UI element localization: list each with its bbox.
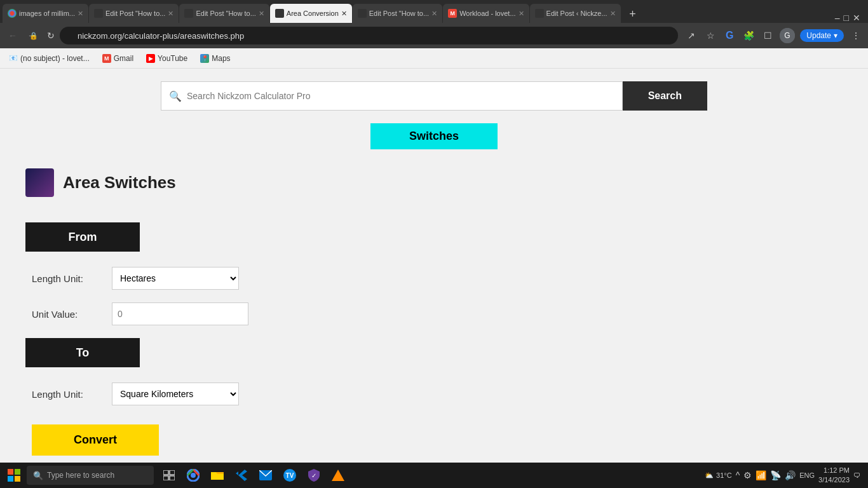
bluetooth-icon[interactable]: ⚙ (743, 470, 752, 480)
taskbar: 🔍 Type here to search (0, 463, 868, 488)
svg-rect-7 (170, 476, 175, 480)
address-input[interactable] (60, 27, 678, 44)
bookmark-gmail[interactable]: M Gmail (98, 53, 137, 64)
tab-3-close[interactable]: ✕ (259, 10, 264, 18)
tab-7[interactable]: Edit Post ‹ Nickze... ✕ (530, 4, 621, 23)
share-icon[interactable]: ↗ (684, 29, 698, 43)
nosubject-icon: 📧 (9, 54, 18, 62)
chevron-icon[interactable]: ^ (736, 470, 740, 480)
profile-icon[interactable] (780, 28, 795, 43)
page-icon (25, 168, 54, 197)
minimize-icon[interactable]: – (835, 13, 840, 23)
switches-label: Switches (409, 130, 459, 142)
tab-6[interactable]: M Workload - lovet... ✕ (443, 4, 529, 23)
svg-rect-3 (15, 476, 20, 482)
tab-3-label: Edit Post "How to... (196, 10, 255, 17)
tab-4-active[interactable]: Area Conversion ✕ (270, 4, 352, 23)
tab-1[interactable]: images of millim... ✕ (3, 4, 88, 23)
refresh-button[interactable]: ↻ (43, 28, 58, 43)
search-container: 🔍 Search (148, 81, 720, 111)
page-content: 🔍 Search Switches Area Switches From Len… (0, 69, 868, 463)
update-label: Update (806, 31, 831, 40)
language-label: ENG (799, 471, 815, 479)
youtube-label: YouTube (158, 54, 187, 63)
gmail-label: Gmail (114, 54, 133, 63)
close-icon[interactable]: ✕ (853, 13, 860, 23)
tab-6-close[interactable]: ✕ (519, 10, 524, 18)
wifi-icon[interactable]: 📡 (770, 470, 781, 480)
calc-area: Area Switches From Length Unit: Hectares… (0, 168, 445, 456)
tab-5-label: Edit Post "How to... (369, 10, 429, 17)
taskbar-file-explorer-icon[interactable] (206, 464, 229, 487)
taskbar-vlc-icon[interactable] (327, 464, 349, 487)
new-tab-button[interactable]: + (624, 5, 642, 23)
tab-1-close[interactable]: ✕ (78, 10, 83, 18)
extensions-icon[interactable]: 🧩 (742, 29, 756, 43)
svg-rect-0 (8, 469, 13, 475)
sidebar-icon[interactable]: ☐ (761, 29, 775, 43)
search-button[interactable]: Search (623, 81, 707, 111)
taskbar-search[interactable]: 🔍 Type here to search (27, 466, 154, 485)
svg-text:✓: ✓ (311, 472, 316, 479)
unit-value-input[interactable] (112, 302, 248, 325)
tab-2-close[interactable]: ✕ (168, 10, 173, 18)
taskbar-teamviewer-icon[interactable]: TV (278, 464, 301, 487)
toolbar-icons: ↗ ☆ G 🧩 ☐ Update ▾ ⋮ (684, 28, 863, 43)
weather-widget: ⛅ 31°C (705, 471, 732, 480)
speaker-icon[interactable]: 🔊 (785, 470, 796, 480)
taskbar-security-icon[interactable]: ✓ (302, 464, 325, 487)
tab-3[interactable]: Edit Post "How to... ✕ (179, 4, 269, 23)
convert-button[interactable]: Convert (32, 424, 159, 456)
unit-value-row: Unit Value: (32, 302, 419, 325)
sys-tray-icons: ^ ⚙ 📶 📡 🔊 (736, 470, 796, 480)
taskbar-vscode-icon[interactable] (230, 464, 253, 487)
tab-2-label: Edit Post "How to... (105, 10, 165, 17)
to-length-unit-label: Length Unit: (32, 389, 102, 400)
search-magnifier-icon: 🔍 (169, 90, 182, 102)
tab-5-close[interactable]: ✕ (431, 10, 437, 18)
switches-button[interactable]: Switches (370, 123, 498, 149)
to-unit-select[interactable]: Square Kilometers Hectares Square Meters… (112, 383, 239, 405)
svg-rect-2 (8, 476, 13, 482)
page-title-wrap: Area Switches (25, 168, 419, 197)
task-view-icon[interactable] (158, 464, 180, 487)
temperature: 31°C (716, 471, 732, 479)
taskbar-mail-icon[interactable] (254, 464, 277, 487)
menu-icon[interactable]: ⋮ (849, 29, 863, 43)
from-unit-select[interactable]: Hectares Square Kilometers Square Meters… (112, 267, 239, 290)
youtube-favicon: ▶ (146, 54, 155, 63)
tab-1-label: images of millim... (19, 10, 75, 17)
svg-rect-1 (15, 469, 20, 475)
weather-icon: ⛅ (705, 471, 714, 480)
tab-7-close[interactable]: ✕ (610, 10, 616, 18)
bookmark-nosubject[interactable]: 📧 (no subject) - lovet... (5, 53, 93, 64)
svg-rect-4 (163, 470, 168, 475)
bookmark-youtube[interactable]: ▶ YouTube (142, 53, 191, 64)
tab-4-close[interactable]: ✕ (341, 10, 347, 18)
bookmark-maps[interactable]: 📍 Maps (196, 53, 234, 64)
taskbar-icons: TV ✓ (158, 464, 349, 487)
to-length-unit-row: Length Unit: Square Kilometers Hectares … (32, 383, 419, 405)
bookmarks-bar: 📧 (no subject) - lovet... M Gmail ▶ YouT… (0, 48, 868, 69)
back-button[interactable]: ← (5, 28, 20, 43)
tab-2[interactable]: Edit Post "How to... ✕ (89, 4, 179, 23)
bookmark-icon[interactable]: ☆ (703, 29, 717, 43)
update-button[interactable]: Update ▾ (800, 29, 844, 42)
start-button[interactable] (3, 464, 25, 487)
svg-point-9 (191, 473, 196, 478)
from-length-unit-label: Length Unit: (32, 273, 102, 284)
restore-icon[interactable]: □ (844, 13, 849, 23)
update-chevron: ▾ (834, 31, 837, 40)
from-length-unit-row: Length Unit: Hectares Square Kilometers … (32, 267, 419, 290)
google-account-icon[interactable]: G (722, 29, 736, 43)
taskbar-chrome-icon[interactable] (182, 464, 205, 487)
time-date: 1:12 PM 3/14/2023 (818, 466, 850, 485)
from-label: From (25, 222, 140, 252)
taskbar-search-placeholder: Type here to search (47, 471, 114, 480)
notification-icon[interactable]: 🗨 (853, 471, 860, 479)
search-input[interactable] (187, 91, 614, 101)
tab-5[interactable]: Edit Post "How to... ✕ (353, 4, 442, 23)
windows-logo-icon (8, 469, 20, 482)
date-display: 3/14/2023 (818, 475, 850, 485)
network-icon[interactable]: 📶 (756, 470, 766, 480)
